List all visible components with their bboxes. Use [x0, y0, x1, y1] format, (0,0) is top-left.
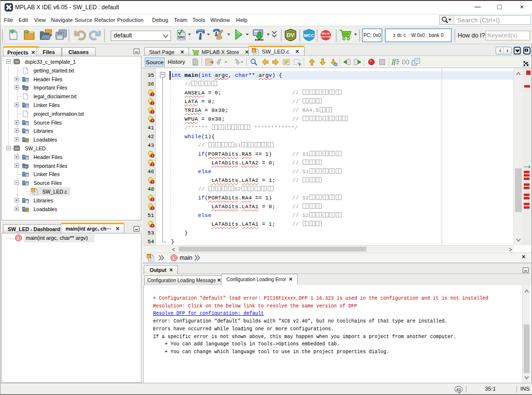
svg-text:DV: DV [287, 32, 294, 38]
svg-text:MCC: MCC [304, 33, 314, 38]
svg-text:42: 42 [456, 387, 461, 392]
svg-text:DISCOVER: DISCOVER [321, 36, 331, 38]
svg-text:MPLAB: MPLAB [322, 33, 330, 35]
svg-text:SRC: SRC [178, 36, 185, 39]
